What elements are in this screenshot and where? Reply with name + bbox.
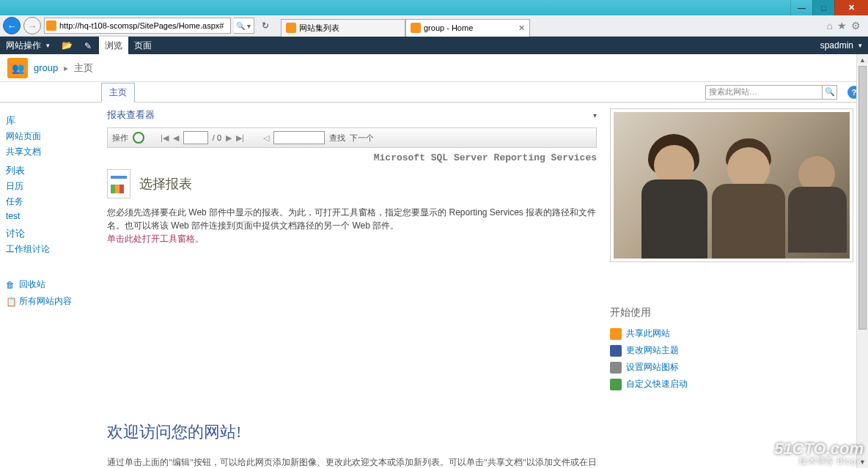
find-next-label[interactable]: 下一个 bbox=[350, 133, 374, 144]
nav-head-libraries[interactable]: 库 bbox=[6, 114, 95, 127]
browser-icons: ⌂ ★ ⚙ bbox=[827, 20, 865, 31]
nav-tasks[interactable]: 任务 bbox=[6, 194, 95, 209]
home-tab[interactable]: 主页 bbox=[101, 83, 135, 103]
breadcrumb: 👥 group ▸ 主页 bbox=[0, 54, 868, 82]
window-titlebar: — □ ✕ bbox=[0, 0, 868, 15]
tab-label: group - Home bbox=[424, 23, 473, 32]
minimize-button[interactable]: — bbox=[790, 0, 812, 15]
edit-page-icon[interactable]: ✎ bbox=[78, 37, 99, 54]
home-icon[interactable]: ⌂ bbox=[827, 20, 833, 31]
nav-calendar[interactable]: 日历 bbox=[6, 179, 95, 194]
tab-label: 网站集列表 bbox=[299, 23, 339, 34]
browser-toolbar: ← → 🔍 ▾ ↻ 网站集列表 group - Home ✕ ⌂ ★ ⚙ bbox=[0, 15, 868, 37]
browser-search[interactable]: 🔍 ▾ bbox=[234, 18, 254, 34]
ribbon-tab-browse[interactable]: 浏览 bbox=[99, 37, 128, 54]
close-button[interactable]: ✕ bbox=[834, 0, 868, 15]
navigate-up-icon[interactable]: 📂 bbox=[56, 37, 78, 54]
site-actions-menu[interactable]: 网站操作 bbox=[0, 37, 56, 54]
nav-head-lists[interactable]: 列表 bbox=[6, 164, 95, 177]
sharepoint-ribbon: 网站操作 📂 ✎ 浏览 页面 spadmin bbox=[0, 37, 868, 54]
select-report-title: 选择报表 bbox=[139, 175, 192, 193]
share-icon bbox=[610, 328, 622, 340]
tab-sitecollections[interactable]: 网站集列表 bbox=[281, 19, 405, 37]
scroll-up-icon[interactable]: ▲ bbox=[857, 54, 868, 66]
get-started-heading: 开始使用 bbox=[610, 306, 858, 319]
sharepoint-favicon-icon bbox=[46, 21, 56, 31]
settings-gear-icon[interactable]: ⚙ bbox=[851, 20, 861, 31]
nav-test[interactable]: test bbox=[6, 209, 95, 223]
report-file-icon bbox=[107, 169, 130, 198]
tab-close-icon[interactable]: ✕ bbox=[518, 23, 525, 33]
refresh-button[interactable]: ↻ bbox=[257, 21, 273, 31]
theme-icon bbox=[610, 345, 622, 357]
last-page-icon[interactable]: ▶| bbox=[236, 133, 244, 143]
nav-shared-documents[interactable]: 共享文档 bbox=[6, 144, 95, 160]
quick-launch: 库 网站页面 共享文档 列表 日历 任务 test 讨论 工作组讨论 🗑回收站 … bbox=[0, 103, 101, 468]
ribbon-tab-page[interactable]: 页面 bbox=[128, 37, 158, 54]
sharepoint-favicon-icon bbox=[286, 23, 296, 33]
page-total-label: / 0 bbox=[213, 133, 221, 142]
breadcrumb-current: 主页 bbox=[74, 62, 93, 75]
welcome-text: 通过单击上面的"编辑"按钮，可以给此网页添加新图像、更改此欢迎文本或添加新列表。… bbox=[107, 456, 597, 468]
toolbar-actions-label[interactable]: 操作 bbox=[112, 133, 128, 144]
allcontent-icon: 📋 bbox=[6, 297, 16, 307]
favorites-icon[interactable]: ★ bbox=[837, 20, 847, 31]
report-refresh-icon[interactable] bbox=[133, 132, 144, 144]
scroll-thumb[interactable] bbox=[858, 66, 867, 330]
user-menu[interactable]: spadmin bbox=[814, 37, 868, 54]
main-content: 报表查看器 ▾ 操作 |◀ ◀ / 0 ▶ ▶| ◁ 查找 下一个 Micros… bbox=[101, 103, 868, 468]
site-search-go-button[interactable]: 🔍 bbox=[823, 85, 837, 100]
welcome-heading: 欢迎访问您的网站! bbox=[107, 421, 597, 443]
nav-site-pages[interactable]: 网站页面 bbox=[6, 129, 95, 144]
select-report-header: 选择报表 bbox=[107, 169, 597, 198]
report-toolbar: 操作 |◀ ◀ / 0 ▶ ▶| ◁ 查找 下一个 bbox=[107, 127, 597, 148]
siteicon-icon bbox=[610, 362, 622, 374]
first-page-icon[interactable]: |◀ bbox=[161, 133, 169, 143]
recycle-icon: 🗑 bbox=[6, 280, 16, 290]
gs-set-icon[interactable]: 设置网站图标 bbox=[610, 359, 858, 376]
find-input[interactable] bbox=[273, 131, 325, 144]
next-page-icon[interactable]: ▶ bbox=[226, 133, 232, 143]
back-button[interactable]: ← bbox=[3, 17, 21, 34]
open-tool-pane-link[interactable]: 单击此处打开工具窗格。 bbox=[107, 234, 204, 244]
gs-change-theme[interactable]: 更改网站主题 bbox=[610, 342, 858, 359]
hero-image bbox=[610, 108, 853, 262]
get-started-links: 共享此网站 更改网站主题 设置网站图标 自定义快速启动 bbox=[610, 325, 858, 393]
gs-customize-quicklaunch[interactable]: 自定义快速启动 bbox=[610, 376, 858, 393]
nav-team-discussion[interactable]: 工作组讨论 bbox=[6, 242, 95, 257]
nav-head-discussions[interactable]: 讨论 bbox=[6, 227, 95, 240]
webpart-menu-icon[interactable]: ▾ bbox=[593, 111, 597, 119]
nav-all-site-content[interactable]: 📋所有网站内容 bbox=[6, 293, 95, 310]
gs-share-site[interactable]: 共享此网站 bbox=[610, 325, 858, 342]
url-input[interactable] bbox=[59, 21, 229, 30]
ssrs-header: Microsoft SQL Server Reporting Services bbox=[107, 152, 597, 163]
breadcrumb-separator-icon: ▸ bbox=[64, 63, 68, 73]
address-bar[interactable] bbox=[44, 18, 231, 34]
site-search-input[interactable] bbox=[705, 85, 823, 100]
page-number-input[interactable] bbox=[183, 131, 208, 144]
prev-page-icon[interactable]: ◀ bbox=[173, 133, 179, 143]
find-label[interactable]: 查找 bbox=[329, 133, 345, 144]
page-topstrip: 主页 🔍 ? bbox=[0, 82, 868, 103]
tab-group-home[interactable]: group - Home ✕ bbox=[405, 19, 530, 37]
page-body: 库 网站页面 共享文档 列表 日历 任务 test 讨论 工作组讨论 🗑回收站 … bbox=[0, 103, 868, 468]
sharepoint-favicon-icon bbox=[411, 23, 421, 33]
back-parent-icon[interactable]: ◁ bbox=[263, 133, 269, 143]
breadcrumb-site-link[interactable]: group bbox=[34, 62, 58, 73]
quicklaunch-icon bbox=[610, 379, 622, 390]
report-viewer-title: 报表查看器 ▾ bbox=[107, 108, 597, 122]
report-instructions: 您必须先选择要在此 Web 部件中显示的报表。为此，可打开工具窗格，指定您要显示… bbox=[107, 206, 597, 245]
site-logo-icon[interactable]: 👥 bbox=[7, 58, 28, 78]
maximize-button[interactable]: □ bbox=[812, 0, 834, 15]
forward-button[interactable]: → bbox=[23, 17, 41, 34]
vertical-scrollbar[interactable]: ▲ ▼ bbox=[856, 54, 868, 468]
watermark: 51CTO.com 技术博客 Blog✓ bbox=[774, 441, 864, 465]
browser-tabs: 网站集列表 group - Home ✕ bbox=[281, 15, 530, 37]
nav-recycle-bin[interactable]: 🗑回收站 bbox=[6, 276, 95, 293]
